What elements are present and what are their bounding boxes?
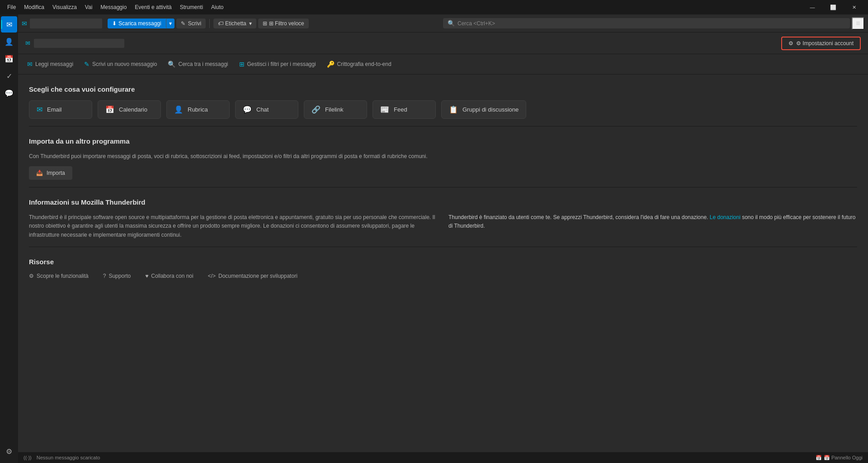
account-settings-icon: ⚙ (788, 40, 793, 47)
support-icon: ? (103, 273, 106, 279)
features-label: Scopre le funzionalità (37, 273, 89, 279)
about-right-text: Thunderbird è finanziato da utenti come … (448, 213, 857, 239)
sidebar-item-settings[interactable]: ⚙ (1, 443, 17, 459)
crypto-label: Crittografia end-to-end (337, 61, 392, 67)
menu-messaggio[interactable]: Messaggio (97, 2, 130, 12)
config-card-rubrica[interactable]: 👤 Rubrica (166, 100, 230, 119)
fetch-icon: ⬇ (112, 20, 117, 27)
config-card-email[interactable]: ✉ Email (29, 100, 92, 119)
maximize-button[interactable]: ⬜ (823, 0, 844, 14)
fetch-btn-group: ⬇ Scarica messaggi ▾ (108, 19, 175, 28)
resource-collaborate[interactable]: ♥ Collabora con noi (145, 273, 193, 279)
search-icon: 🔍 (448, 20, 455, 27)
resource-support[interactable]: ? Supporto (103, 273, 131, 279)
filter-label: ⊞ Filtro veloce (269, 20, 304, 27)
account-bar-email-icon: ✉ (25, 40, 30, 47)
config-card-calendar[interactable]: 📅 Calendario (98, 100, 161, 119)
features-icon: ⚙ (29, 273, 34, 279)
account-email-icon: ✉ (22, 20, 27, 27)
configure-title: Scegli che cosa vuoi configurare (29, 85, 857, 93)
search-msg-label: Cerca tra i messaggi (178, 61, 228, 67)
support-label: Supporto (108, 273, 131, 279)
account-bar-email: ✉ (25, 39, 124, 48)
tag-icon: 🏷 (218, 20, 223, 27)
status-bar: ((·)) Nessun messaggio scaricato 📅 📅 Pan… (18, 452, 868, 463)
tag-label: Etichetta (225, 20, 246, 27)
quick-actions: ✉ Leggi messaggi ✎ Scrivi un nuovo messa… (18, 54, 868, 75)
account-email-display (30, 19, 102, 28)
menu-vai[interactable]: Vai (81, 2, 96, 12)
resources-row: ⚙ Scopre le funzionalità ? Supporto ♥ Co… (29, 273, 857, 279)
close-button[interactable]: ✕ (844, 0, 864, 14)
write-new-label: Scrivi un nuovo messaggio (92, 61, 157, 67)
config-card-feed[interactable]: 📰 Feed (373, 100, 436, 119)
write-new-icon: ✎ (84, 61, 90, 68)
sidebar-item-addressbook[interactable]: 👤 (1, 33, 17, 50)
config-card-chat[interactable]: 💬 Chat (235, 100, 298, 119)
read-icon: ✉ (27, 61, 33, 68)
filters-label: Gestisci i filtri per i messaggi (247, 61, 316, 67)
quick-action-search[interactable]: 🔍 Cerca tra i messaggi (168, 59, 228, 70)
config-grid: ✉ Email 📅 Calendario 👤 Rubrica 💬 (29, 100, 857, 119)
read-label: Leggi messaggi (35, 61, 73, 67)
newsgroup-config-icon: 📋 (449, 105, 458, 114)
menu-eventi[interactable]: Eventi e attività (131, 2, 175, 12)
tasks-icon: ✓ (6, 72, 12, 80)
fetch-dropdown-button[interactable]: ▾ (166, 19, 175, 28)
resource-devdocs[interactable]: </> Documentazione per sviluppatori (208, 273, 297, 279)
addressbook-icon: 👤 (5, 37, 14, 46)
toolbar-sep1 (209, 19, 210, 28)
status-bar-left: ((·)) Nessun messaggio scaricato (24, 455, 100, 460)
tag-button[interactable]: 🏷 Etichetta ▾ (213, 19, 256, 28)
import-button[interactable]: 📥 Importa (29, 166, 72, 180)
menu-bar: File Modifica Visualizza Vai Messaggio E… (4, 2, 227, 12)
sidebar-item-mail[interactable]: ✉ (1, 16, 17, 33)
today-panel-button[interactable]: 📅 📅 Pannello Oggi (816, 455, 863, 461)
account-email-field (34, 39, 124, 48)
main-content: ✉ ⚙ ⚙ Impostazioni account ✉ Leggi messa… (18, 33, 868, 452)
sidebar-item-calendar[interactable]: 📅 (1, 51, 17, 67)
account-header: ✉ (22, 19, 102, 28)
crypto-icon: 🔑 (327, 61, 335, 68)
quick-action-crypto[interactable]: 🔑 Crittografia end-to-end (327, 59, 392, 70)
quick-action-write[interactable]: ✎ Scrivi un nuovo messaggio (84, 59, 157, 70)
tag-chevron: ▾ (249, 20, 252, 27)
search-input[interactable] (458, 20, 845, 27)
about-section: Informazioni su Mozilla Thunderbird Thun… (18, 187, 868, 247)
search-box[interactable]: 🔍 (443, 18, 850, 28)
write-button[interactable]: ✎ Scrivi (176, 19, 206, 28)
menu-file[interactable]: File (4, 2, 19, 12)
collaborate-icon: ♥ (145, 273, 148, 279)
resources-title: Risorse (29, 258, 857, 266)
filter-icon: ⊞ (263, 20, 267, 27)
devdocs-icon: </> (208, 273, 216, 279)
minimize-button[interactable]: — (802, 0, 823, 14)
menu-modifica[interactable]: Modifica (20, 2, 48, 12)
calendar-icon: 📅 (5, 55, 14, 63)
window-controls: — ⬜ ✕ (802, 0, 864, 14)
quick-action-filters[interactable]: ⊞ Gestisci i filtri per i messaggi (239, 59, 316, 70)
chat-icon: 💬 (5, 89, 14, 98)
mail-icon: ✉ (6, 20, 12, 29)
filter-button[interactable]: ⊞ ⊞ Filtro veloce (258, 19, 309, 28)
calendar-config-label: Calendario (119, 106, 147, 113)
donation-link[interactable]: Le donazioni (710, 214, 741, 220)
menu-strumenti[interactable]: Strumenti (176, 2, 207, 12)
settings-icon: ⚙ (6, 447, 12, 456)
quick-action-read[interactable]: ✉ Leggi messaggi (27, 59, 73, 70)
chat-config-icon: 💬 (243, 105, 252, 114)
sidebar-item-chat[interactable]: 💬 (1, 85, 17, 101)
search-msg-icon: 🔍 (168, 61, 175, 68)
devdocs-label: Documentazione per sviluppatori (218, 273, 297, 279)
account-settings-button[interactable]: ⚙ ⚙ Impostazioni account (781, 37, 861, 50)
config-card-newsgroup[interactable]: 📋 Gruppi di discussione (441, 100, 526, 119)
config-card-filelink[interactable]: 🔗 Filelink (304, 100, 367, 119)
about-grid: Thunderbird è il principale software ope… (29, 213, 857, 239)
menu-visualizza[interactable]: Visualizza (49, 2, 80, 12)
sidebar-item-tasks[interactable]: ✓ (1, 68, 17, 84)
toolbar-menu-button[interactable]: ≡ (852, 17, 864, 30)
resource-features[interactable]: ⚙ Scopre le funzionalità (29, 273, 89, 279)
wifi-icon: ((·)) (24, 455, 32, 460)
fetch-messages-button[interactable]: ⬇ Scarica messaggi (108, 19, 166, 28)
menu-aiuto[interactable]: Aiuto (208, 2, 227, 12)
